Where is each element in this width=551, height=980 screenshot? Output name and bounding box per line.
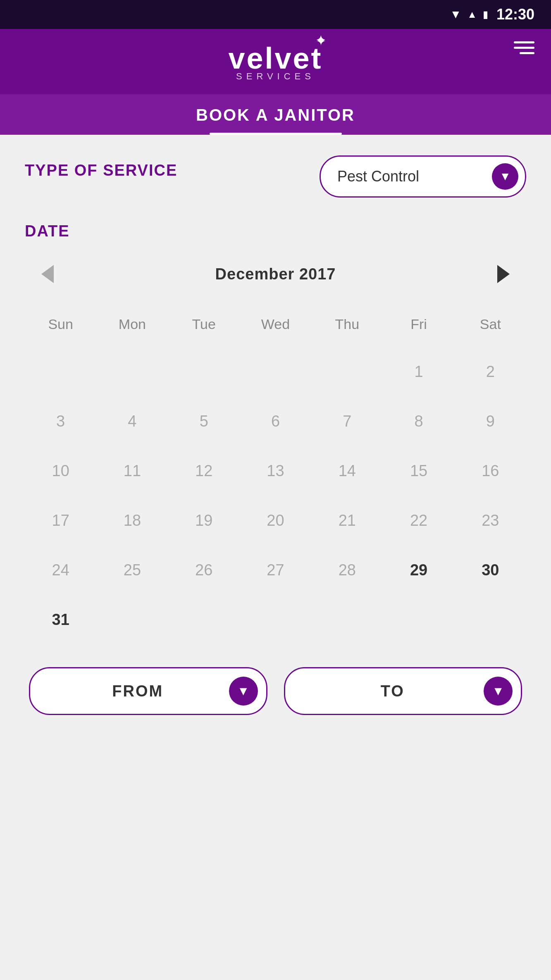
page-title: BOOK A JANITOR bbox=[196, 106, 355, 133]
next-month-button[interactable] bbox=[493, 261, 514, 287]
from-button-label: FROM bbox=[47, 682, 229, 700]
day-3[interactable]: 3 bbox=[25, 398, 96, 444]
day-19[interactable]: 19 bbox=[168, 498, 240, 543]
calendar-days: 1 2 3 4 5 6 7 8 9 10 11 12 13 14 15 16 1… bbox=[25, 349, 526, 642]
day-23[interactable]: 23 bbox=[455, 498, 526, 543]
status-bar: ▼ ▲ ▮ 12:30 bbox=[0, 0, 551, 29]
day-empty-r6-6 bbox=[383, 597, 454, 642]
to-dropdown-icon: ▼ bbox=[484, 677, 513, 706]
day-empty-r6-5 bbox=[311, 597, 383, 642]
chevron-down-icon-to: ▼ bbox=[492, 684, 504, 698]
from-dropdown-icon: ▼ bbox=[229, 677, 258, 706]
menu-line-2 bbox=[514, 47, 534, 49]
calendar: December 2017 Sun Mon Tue Wed Thu Fri Sa… bbox=[25, 253, 526, 642]
weekday-mon: Mon bbox=[96, 308, 168, 341]
status-icons: ▼ ▲ ▮ bbox=[450, 8, 488, 21]
day-24[interactable]: 24 bbox=[25, 547, 96, 593]
menu-line-1 bbox=[514, 41, 534, 43]
day-9[interactable]: 9 bbox=[455, 398, 526, 444]
prev-month-button[interactable] bbox=[37, 261, 58, 287]
day-empty-r6-7 bbox=[455, 597, 526, 642]
calendar-month-title: December 2017 bbox=[215, 265, 336, 283]
service-row: TYPE OF SERVICE Pest Control ▼ bbox=[25, 155, 526, 198]
day-26[interactable]: 26 bbox=[168, 547, 240, 593]
day-7[interactable]: 7 bbox=[311, 398, 383, 444]
signal-icon: ▲ bbox=[467, 9, 477, 20]
day-20[interactable]: 20 bbox=[240, 498, 311, 543]
day-17[interactable]: 17 bbox=[25, 498, 96, 543]
day-empty-r6-3 bbox=[168, 597, 240, 642]
chevron-down-icon-from: ▼ bbox=[237, 684, 250, 698]
header-top: velvet ✦ SERVICES bbox=[0, 41, 551, 94]
weekday-thu: Thu bbox=[311, 308, 383, 341]
service-dropdown-value: Pest Control bbox=[337, 168, 492, 185]
calendar-header: December 2017 bbox=[25, 253, 526, 296]
header: velvet ✦ SERVICES BOOK A JANITOR bbox=[0, 29, 551, 135]
day-1[interactable]: 1 bbox=[383, 349, 454, 394]
day-4[interactable]: 4 bbox=[96, 398, 168, 444]
day-28[interactable]: 28 bbox=[311, 547, 383, 593]
bottom-buttons: FROM ▼ TO ▼ bbox=[25, 667, 526, 715]
day-5[interactable]: 5 bbox=[168, 398, 240, 444]
logo-star: ✦ bbox=[316, 34, 326, 48]
logo-text: velvet bbox=[228, 42, 322, 75]
chevron-down-icon: ▼ bbox=[499, 170, 511, 183]
day-10[interactable]: 10 bbox=[25, 448, 96, 494]
day-13[interactable]: 13 bbox=[240, 448, 311, 494]
day-empty-3 bbox=[168, 349, 240, 394]
day-21[interactable]: 21 bbox=[311, 498, 383, 543]
day-15[interactable]: 15 bbox=[383, 448, 454, 494]
day-14[interactable]: 14 bbox=[311, 448, 383, 494]
from-button[interactable]: FROM ▼ bbox=[29, 667, 267, 715]
day-empty-5 bbox=[311, 349, 383, 394]
main-content: TYPE OF SERVICE Pest Control ▼ DATE Dece… bbox=[0, 135, 551, 961]
day-empty-r6-2 bbox=[96, 597, 168, 642]
day-25[interactable]: 25 bbox=[96, 547, 168, 593]
menu-line-3 bbox=[520, 52, 534, 54]
battery-icon: ▮ bbox=[483, 9, 488, 20]
weekday-tue: Tue bbox=[168, 308, 240, 341]
to-button-label: TO bbox=[302, 682, 484, 700]
service-label: TYPE OF SERVICE bbox=[25, 162, 177, 179]
day-29[interactable]: 29 bbox=[383, 547, 454, 593]
prev-month-arrow-icon bbox=[41, 265, 54, 283]
day-31[interactable]: 31 bbox=[25, 597, 96, 642]
day-12[interactable]: 12 bbox=[168, 448, 240, 494]
day-8[interactable]: 8 bbox=[383, 398, 454, 444]
menu-button[interactable] bbox=[514, 41, 534, 54]
service-dropdown[interactable]: Pest Control ▼ bbox=[320, 155, 526, 198]
to-button[interactable]: TO ▼ bbox=[284, 667, 522, 715]
service-dropdown-icon: ▼ bbox=[492, 163, 518, 190]
title-underline bbox=[210, 133, 342, 135]
logo-container: velvet ✦ SERVICES bbox=[228, 41, 322, 82]
weekday-wed: Wed bbox=[240, 308, 311, 341]
day-6[interactable]: 6 bbox=[240, 398, 311, 444]
day-empty-2 bbox=[96, 349, 168, 394]
status-time: 12:30 bbox=[496, 6, 534, 23]
day-16[interactable]: 16 bbox=[455, 448, 526, 494]
weekday-sun: Sun bbox=[25, 308, 96, 341]
day-empty-4 bbox=[240, 349, 311, 394]
day-11[interactable]: 11 bbox=[96, 448, 168, 494]
day-22[interactable]: 22 bbox=[383, 498, 454, 543]
wifi-icon: ▼ bbox=[450, 8, 461, 21]
day-30[interactable]: 30 bbox=[455, 547, 526, 593]
date-section: DATE December 2017 Sun Mon Tue Wed Thu bbox=[25, 222, 526, 642]
page-title-bar: BOOK A JANITOR bbox=[0, 94, 551, 135]
date-label: DATE bbox=[25, 222, 70, 240]
day-2[interactable]: 2 bbox=[455, 349, 526, 394]
day-18[interactable]: 18 bbox=[96, 498, 168, 543]
calendar-weekdays: Sun Mon Tue Wed Thu Fri Sat bbox=[25, 308, 526, 341]
weekday-fri: Fri bbox=[383, 308, 454, 341]
weekday-sat: Sat bbox=[455, 308, 526, 341]
day-empty-1 bbox=[25, 349, 96, 394]
day-27[interactable]: 27 bbox=[240, 547, 311, 593]
next-month-arrow-icon bbox=[497, 265, 510, 283]
day-empty-r6-4 bbox=[240, 597, 311, 642]
